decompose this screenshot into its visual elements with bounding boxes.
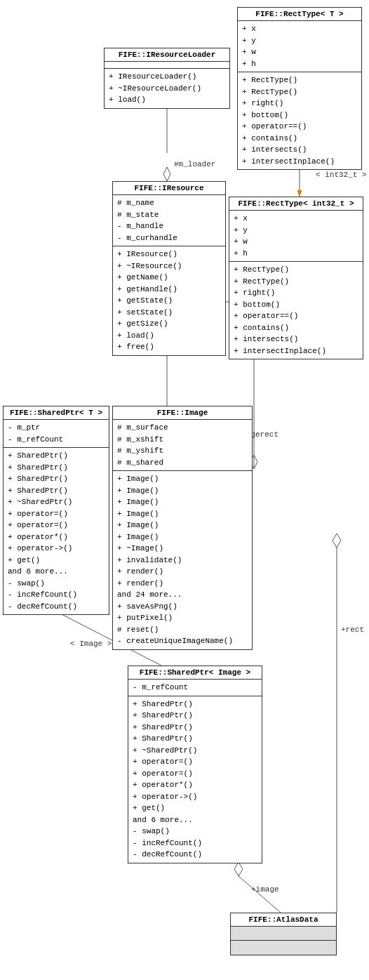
shared-ptr-t-title: FIFE::SharedPtr< T > [4, 406, 109, 420]
svg-marker-27 [333, 534, 341, 548]
atlas-data-box: FIFE::AtlasData [230, 913, 337, 955]
field-x: + x [242, 23, 357, 35]
svg-marker-7 [163, 167, 170, 181]
iresource-loader-fields [105, 62, 229, 69]
iresource-fields: # m_name # m_state - m_handle - m_curhan… [113, 195, 225, 246]
svg-text:< int32_t >: < int32_t > [316, 171, 367, 179]
rect-type-int32-title: FIFE::RectType< int32_t > [229, 197, 363, 211]
rect-type-t-box: FIFE::RectType< T > + x + y + w + h + Re… [237, 7, 362, 170]
field-y: + y [242, 35, 357, 47]
image-methods: + Image() + Image() + Image() + Image() … [113, 471, 252, 649]
shared-ptr-t-box: FIFE::SharedPtr< T > - m_ptr - m_refCoun… [3, 406, 109, 615]
atlas-data-fields2 [231, 941, 336, 955]
svg-text:+image: +image [251, 885, 279, 894]
rect-type-t-fields: + x + y + w + h [238, 21, 361, 72]
shared-ptr-t-methods: + SharedPtr() + SharedPtr() + SharedPtr(… [4, 448, 109, 614]
rect-type-int32-fields: + x + y + w + h [229, 211, 363, 262]
iresource-loader-methods: + IResourceLoader() + ~IResourceLoader()… [105, 69, 229, 108]
shared-ptr-image-fields: - m_refCount [128, 680, 262, 696]
shared-ptr-image-methods: + SharedPtr() + SharedPtr() + SharedPtr(… [128, 696, 262, 863]
svg-text:+rect: +rect [341, 625, 364, 634]
rect-type-t-methods: + RectType() + RectType() + right() + bo… [238, 72, 361, 169]
field-h: + h [242, 58, 357, 70]
svg-text:< Image >: < Image > [70, 640, 112, 648]
svg-line-24 [239, 876, 281, 913]
field-w: + w [242, 46, 357, 58]
rect-type-int32-methods: + RectType() + RectType() + right() + bo… [229, 262, 363, 359]
shared-ptr-image-box: FIFE::SharedPtr< Image > - m_refCount + … [128, 666, 262, 863]
iresource-methods: + IResource() + ~IResource() + getName()… [113, 246, 225, 355]
image-fields: # m_surface # m_xshift # m_yshift # m_sh… [113, 420, 252, 471]
svg-text:#m_loader: #m_loader [174, 160, 215, 168]
shared-ptr-image-title: FIFE::SharedPtr< Image > [128, 666, 262, 680]
svg-marker-23 [234, 862, 243, 876]
rect-type-int32-box: FIFE::RectType< int32_t > + x + y + w + … [229, 197, 363, 359]
iresource-title: FIFE::IResource [113, 182, 225, 195]
iresource-loader-title: FIFE::IResourceLoader [105, 48, 229, 62]
iresource-loader-box: FIFE::IResourceLoader + IResourceLoader(… [104, 48, 230, 109]
atlas-data-title: FIFE::AtlasData [231, 913, 336, 927]
image-title: FIFE::Image [113, 406, 252, 420]
diagram-container: < int32_t > #m_loader #m_subimagerect < … [0, 0, 369, 980]
iresource-box: FIFE::IResource # m_name # m_state - m_h… [112, 181, 226, 356]
rect-type-t-title: FIFE::RectType< T > [238, 8, 361, 21]
atlas-data-fields1 [231, 927, 336, 941]
image-box: FIFE::Image # m_surface # m_xshift # m_y… [112, 406, 253, 650]
shared-ptr-t-fields: - m_ptr - m_refCount [4, 420, 109, 448]
